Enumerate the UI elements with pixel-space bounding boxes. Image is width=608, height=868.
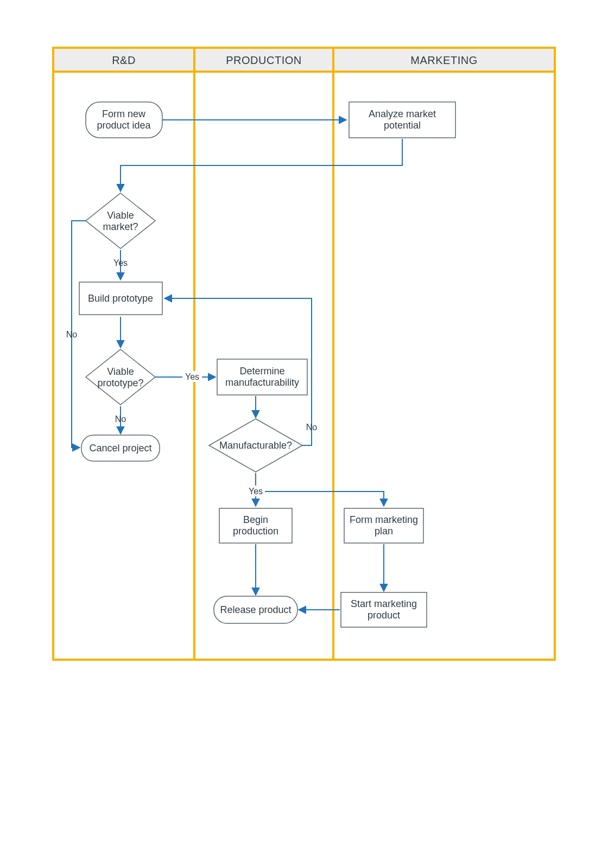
svg-text:Start marketing: Start marketing: [351, 598, 417, 609]
node-begin-production: Begin production: [219, 508, 292, 543]
svg-text:prototype?: prototype?: [97, 378, 143, 388]
svg-text:Begin: Begin: [243, 514, 268, 525]
svg-text:plan: plan: [375, 526, 393, 537]
svg-text:Release product: Release product: [220, 604, 291, 615]
svg-text:Viable: Viable: [107, 366, 134, 377]
svg-text:market?: market?: [103, 221, 138, 232]
label-manufacturable-yes: Yes: [249, 487, 263, 496]
flowchart-stage: R&D PRODUCTION MARKETING Y: [0, 0, 608, 868]
label-viablemarket-no: No: [66, 330, 78, 339]
svg-text:potential: potential: [384, 120, 421, 131]
svg-text:product: product: [368, 610, 400, 621]
node-viable-market: Viable market?: [86, 193, 155, 248]
node-cancel-project: Cancel project: [81, 435, 160, 461]
label-viableproto-no: No: [115, 414, 126, 424]
svg-text:Analyze market: Analyze market: [369, 108, 436, 119]
node-determine-mfg: Determine manufacturability: [217, 359, 307, 395]
flowchart-svg: R&D PRODUCTION MARKETING Y: [0, 0, 608, 868]
label-viablemarket-yes: Yes: [113, 258, 128, 267]
svg-text:Manufacturable?: Manufacturable?: [219, 440, 292, 451]
svg-text:Form new: Form new: [102, 108, 146, 119]
lane-header-marketing: MARKETING: [410, 54, 477, 66]
svg-text:Form marketing: Form marketing: [350, 514, 418, 525]
node-form-idea: Form new product idea: [86, 102, 162, 138]
svg-text:Cancel project: Cancel project: [89, 443, 151, 454]
node-viable-prototype: Viable prototype?: [86, 349, 155, 405]
node-manufacturable: Manufacturable?: [209, 419, 302, 472]
svg-text:production: production: [233, 526, 278, 537]
node-release-product: Release product: [214, 596, 297, 623]
svg-marker-6: [86, 193, 155, 248]
node-start-marketing: Start marketing product: [341, 592, 427, 627]
svg-text:manufacturability: manufacturability: [225, 377, 299, 388]
svg-text:Viable: Viable: [107, 210, 134, 221]
lane-header-production: PRODUCTION: [226, 54, 301, 66]
lane-header-rd: R&D: [112, 54, 136, 66]
svg-text:product idea: product idea: [97, 120, 151, 131]
edge-analyze-to-viablemarket: [121, 139, 402, 192]
label-viableproto-yes: Yes: [185, 372, 199, 381]
svg-text:Determine: Determine: [239, 366, 284, 376]
swimlane-outer-frame: [53, 48, 555, 660]
svg-marker-11: [86, 349, 155, 405]
svg-text:Build prototype: Build prototype: [88, 293, 153, 304]
node-form-marketing-plan: Form marketing plan: [344, 508, 423, 543]
label-manufacturable-no: No: [306, 423, 318, 432]
node-analyze-market: Analyze market potential: [349, 102, 455, 138]
node-build-prototype: Build prototype: [79, 282, 162, 315]
edge-manufacturable-yes-marketing: [256, 492, 384, 506]
